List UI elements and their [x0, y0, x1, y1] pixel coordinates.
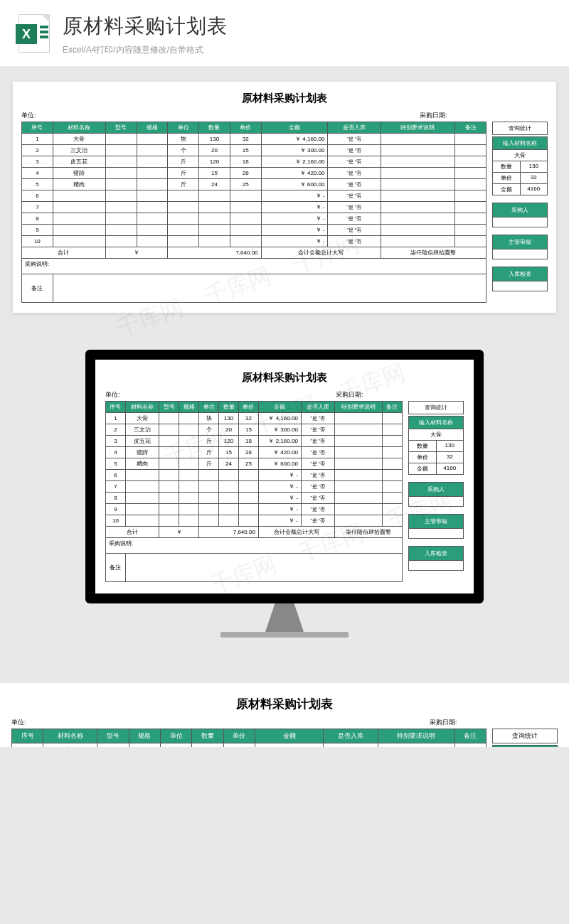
purchaser-button[interactable]: 采购人: [492, 203, 548, 217]
table-row: 6￥ -"是 "否: [22, 190, 486, 202]
remark-row: 备注: [22, 274, 486, 303]
column-header: 单位: [168, 122, 199, 134]
column-header: 是否入库: [324, 729, 378, 743]
column-header: 单位: [199, 402, 219, 413]
column-header: 金额: [261, 122, 328, 134]
table-row: 9￥ -"是 "否: [22, 225, 486, 236]
table-row: 9￥ -"是 "否: [106, 504, 403, 515]
spreadsheet-preview-card: 原材料采购计划表 单位: 采购日期: 序号材料名称型号规格单位数量单价金额是否入…: [13, 82, 556, 313]
table-row: 5精肉斤2425￥ 600.00"是 "否: [22, 179, 486, 190]
excel-file-icon: X: [17, 13, 51, 54]
column-header: 规格: [129, 729, 160, 743]
bottom-cropped-preview: 原材料采购计划表 单位: 采购日期: 序号材料名称型号规格单位数量单价金额是否入…: [0, 683, 569, 747]
column-header: 特别要求说明: [378, 729, 454, 743]
hero-header: X 原材料采购计划表 Excel/A4打印/内容随意修改/自带格式: [0, 0, 569, 66]
table-row: 3皮五花斤12018￥ 2,160.00"是 "否: [106, 436, 403, 447]
supervisor-button[interactable]: 主管审核: [492, 235, 548, 249]
table-row: 2三文治个2015￥ 300.00"是 "否: [22, 145, 486, 156]
column-header: 型号: [159, 402, 179, 413]
column-header: 备注: [455, 122, 486, 134]
sheet-title: 原材料采购计划表: [21, 92, 548, 105]
header-row: 序号材料名称型号规格单位数量单价金额是否入库特别要求说明备注: [22, 122, 486, 134]
monitor-mockup: 原材料采购计划表 单位: 采购日期: 序号材料名称型号规格单位数量单价金额是否入…: [0, 328, 569, 666]
table-row: 8￥ -"是 "否: [106, 493, 403, 504]
column-header: 特别要求说明: [381, 122, 455, 134]
column-header: 材料名称: [53, 122, 105, 134]
column-header: 单位: [161, 729, 192, 743]
date-label: 采购日期:: [420, 111, 548, 120]
column-header: 金额: [255, 729, 324, 743]
column-header: 规格: [179, 402, 199, 413]
column-header: 数量: [192, 729, 223, 743]
stat-title: 查询统计: [492, 122, 548, 135]
table-row: 7￥ -"是 "否: [22, 202, 486, 213]
column-header: 是否入库: [328, 122, 381, 134]
table-row: 5精肉斤2425￥ 600.00"是 "否: [106, 458, 403, 470]
table-row: 8￥ -"是 "否: [22, 213, 486, 225]
column-header: 序号: [12, 729, 43, 743]
note-row: 采购说明:: [22, 259, 486, 274]
main-table: 序号材料名称型号规格单位数量单价金额是否入库特别要求说明备注 1大骨块13032…: [21, 122, 486, 303]
column-header: 单价: [223, 729, 255, 743]
column-header: 金额: [258, 402, 301, 413]
table-row: 3皮五花斤12018￥ 2,160.00"是 "否: [22, 156, 486, 168]
column-header: 数量: [199, 122, 230, 134]
column-header: 材料名称: [43, 729, 97, 743]
unit-label: 单位:: [21, 111, 420, 120]
input-material-value: 大骨: [492, 150, 548, 161]
column-header: 备注: [454, 729, 486, 743]
table-row: 1大骨块13032￥ 4,160.00"是 "否: [106, 413, 403, 424]
table-row: 2三文治个2015￥ 300.00"是 "否: [106, 424, 403, 436]
column-header: 特别要求说明: [335, 402, 383, 413]
table-row: 4猪蹄斤1528￥ 420.00"是 "否: [22, 168, 486, 179]
table-row: 10￥ -"是 "否: [106, 515, 403, 527]
table-row: 10￥ -"是 "否: [22, 236, 486, 247]
column-header: 规格: [137, 122, 168, 134]
column-header: 序号: [22, 122, 53, 134]
table-row: 6￥ -"是 "否: [106, 470, 403, 481]
main-table: 序号材料名称型号规格单位数量单价金额是否入库特别要求说明备注 1大骨块13032…: [105, 401, 403, 582]
column-header: 型号: [105, 122, 137, 134]
inbound-check-button[interactable]: 入库检查: [492, 267, 548, 281]
column-header: 单价: [230, 122, 261, 134]
page-subtitle: Excel/A4打印/内容随意修改/自带格式: [63, 44, 228, 56]
column-header: 数量: [219, 402, 239, 413]
column-header: 单价: [238, 402, 258, 413]
page-title: 原材料采购计划表: [63, 13, 228, 40]
table-row: 1大骨块13032￥ 4,160.00"是 "否: [12, 743, 486, 748]
column-header: 序号: [106, 402, 126, 413]
column-header: 型号: [97, 729, 129, 743]
table-row: 4猪蹄斤1528￥ 420.00"是 "否: [106, 447, 403, 458]
column-header: 材料名称: [125, 402, 159, 413]
side-panel: 查询统计 输入材料名称 大骨 数量130 单价32 金额4160 采购人 主管审…: [492, 122, 548, 291]
input-material-label: 输入材料名称: [492, 136, 548, 150]
total-row: 合计 ￥ 7,640.00 合计金额总计大写 柒仟陆佰肆拾圆整: [22, 247, 486, 259]
column-header: 是否入库: [301, 402, 334, 413]
table-row: 1大骨块13032￥ 4,160.00"是 "否: [22, 134, 486, 145]
column-header: 备注: [382, 402, 402, 413]
table-row: 7￥ -"是 "否: [106, 481, 403, 493]
